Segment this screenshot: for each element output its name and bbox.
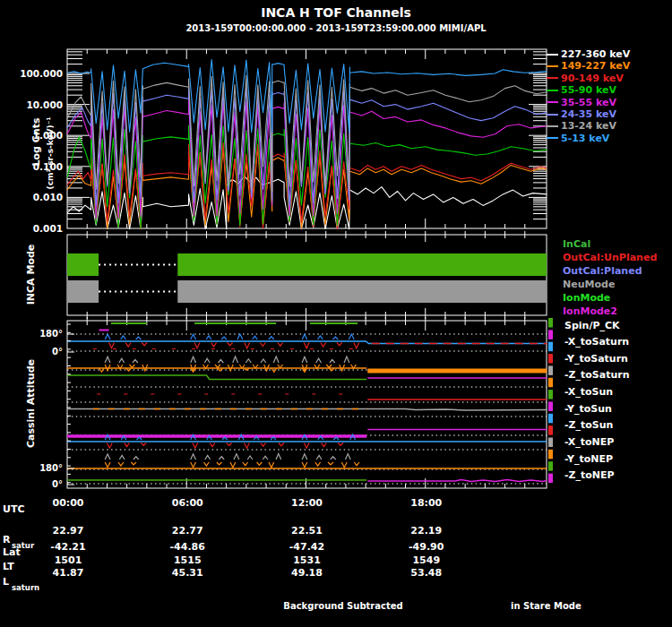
attitude-legend-item-Spin-P-CK: Spin/P_CK — [564, 320, 620, 331]
footer-row-sublabel-saturn: saturn — [12, 583, 39, 592]
legend-item-55-90-keV: 55-90 keV — [547, 84, 616, 96]
attitude-edge-mark — [548, 365, 553, 375]
utc-tick-label: 00:00 — [52, 497, 83, 509]
log-tick-label: 1.000 — [0, 130, 63, 141]
trace-x-to-sun — [67, 375, 366, 380]
degree-tick-label: 180° — [0, 329, 63, 339]
attitude-legend-item--X-toNEP: -X_toNEP — [564, 436, 614, 448]
attitude-edge-mark — [548, 438, 553, 448]
trace-x-to-nep-spikes — [107, 443, 343, 449]
footer-row-label-Lat: Lat — [3, 546, 21, 558]
attitude-edge-mark — [548, 342, 553, 352]
legend-line-sample — [547, 114, 558, 116]
legend-line-sample — [547, 125, 558, 127]
mode-legend-item-IonMode: IonMode — [563, 292, 610, 304]
log-tick-label: 0.100 — [0, 161, 63, 172]
trace-x-to-saturn-spikes — [109, 343, 359, 348]
mode-legend-item-IonMode2: IonMode2 — [563, 305, 617, 317]
log-tick-label: 0.010 — [0, 192, 63, 202]
trace-y-to-nep-spikes — [105, 462, 359, 468]
ephemeris-value: 22.77 — [172, 525, 203, 537]
legend-label: 55-90 keV — [561, 84, 616, 96]
attitude-edge-mark — [548, 330, 553, 339]
footer-row-label-R: R — [3, 534, 10, 545]
page-subtitle: 2013-159T00:00:00.000 - 2013-159T23:59:0… — [185, 23, 486, 33]
page-title: INCA H TOF Channels — [261, 5, 411, 20]
legend-item-5-13-keV: 5-13 keV — [547, 133, 609, 144]
ephemeris-value: 1531 — [293, 554, 321, 566]
legend-item-24-35-keV: 24-35 keV — [547, 108, 616, 120]
footer-row-label-L: L — [3, 576, 9, 588]
log-tick-label: 0.001 — [0, 223, 63, 234]
degree-tick-label: 0° — [0, 479, 63, 489]
attitude-legend-item--Z-toSun: -Z_toSun — [564, 419, 613, 431]
ephemeris-value: -42.21 — [50, 541, 85, 553]
ephemeris-value: -44.86 — [170, 541, 205, 553]
legend-line-sample — [547, 137, 558, 139]
attitude-legend-item--Y-toNEP: -Y_toNEP — [564, 453, 613, 465]
attitude-edge-mark — [548, 414, 553, 424]
footer-row-label-LT: LT — [3, 561, 14, 572]
ephemeris-value: 53.48 — [410, 567, 442, 579]
mode-legend-item-OutCal-UnPlaned: OutCal:UnPlaned — [563, 252, 657, 263]
ephemeris-value: 1549 — [412, 554, 440, 566]
attitude-legend-item--Y-toSaturn: -Y_toSaturn — [564, 353, 628, 365]
ephemeris-value: -49.90 — [409, 541, 444, 553]
legend-item-227-360-keV: 227-360 keV — [547, 48, 630, 60]
legend-item-90-149-keV: 90-149 keV — [547, 73, 624, 84]
note-stare-mode: in Stare Mode — [511, 601, 582, 611]
legend-line-sample — [547, 77, 558, 79]
attitude-legend-item--Z-toNEP: -Z_toNEP — [564, 469, 615, 481]
trace-x-to-saturn-spikes — [105, 334, 354, 339]
neu-mode-bar — [67, 280, 99, 303]
attitude-edge-mark — [548, 390, 553, 399]
attitude-edge-mark — [548, 401, 553, 411]
legend-label: 227-360 keV — [561, 48, 630, 60]
ephemeris-value: 41.87 — [53, 567, 84, 579]
ephemeris-value: 22.97 — [53, 525, 84, 537]
y-axis-label-units: (cm²-sr-s-keV)⁻¹ — [46, 64, 55, 243]
attitude-edge-mark — [548, 378, 553, 388]
trace-y-to-nep-spikes — [105, 454, 350, 460]
mode-legend-item-OutCal-Planed: OutCal:Planed — [563, 265, 642, 277]
ephemeris-value: 45.31 — [172, 567, 203, 579]
ephemeris-value: 22.51 — [291, 525, 323, 537]
legend-line-sample — [547, 90, 558, 91]
mode-legend-item-InCal: InCal — [563, 238, 590, 250]
legend-item-149-227-keV: 149-227 keV — [547, 60, 630, 72]
degree-tick-label: 180° — [0, 463, 63, 473]
attitude-edge-mark — [548, 318, 553, 328]
legend-label: 5-13 keV — [561, 133, 609, 144]
trace-y-to-saturn-spikes — [105, 356, 349, 363]
legend-item-13-24-keV: 13-24 keV — [547, 120, 616, 132]
ephemeris-value: 1501 — [55, 554, 82, 566]
ion-mode-bar — [67, 253, 99, 276]
legend-label: 35-55 keV — [561, 97, 616, 108]
attitude-edge-mark — [548, 425, 553, 435]
ephemeris-value: 49.18 — [291, 567, 323, 579]
ephemeris-value: -47.42 — [289, 541, 324, 553]
attitude-legend-item--Y-toSun: -Y_toSun — [564, 403, 612, 415]
legend-label: 90-149 keV — [561, 73, 624, 84]
attitude-edge-mark — [548, 450, 553, 459]
neu-mode-bar — [177, 280, 547, 303]
ion-mode-bar — [177, 253, 547, 276]
log-tick-label: 100.000 — [0, 68, 63, 79]
legend-line-sample — [547, 101, 558, 103]
attitude-edge-mark — [548, 354, 553, 364]
legend-line-sample — [547, 54, 558, 56]
attitude-legend-item--X-toSaturn: -X_toSaturn — [564, 336, 629, 348]
attitude-legend-item--X-toSun: -X_toSun — [564, 386, 613, 398]
log-tick-label: 10.000 — [0, 99, 63, 110]
legend-label: 149-227 keV — [561, 60, 630, 72]
mode-legend-item-NeuMode: NeuMode — [563, 279, 615, 290]
legend-label: 24-35 keV — [561, 108, 616, 120]
inca-tof-plot: INCA H TOF Channels 2013-159T00:00:00.00… — [0, 0, 672, 627]
legend-line-sample — [547, 65, 558, 67]
utc-tick-label: 06:00 — [172, 497, 203, 509]
attitude-edge-mark — [548, 474, 553, 484]
ephemeris-value: 1515 — [174, 554, 202, 566]
footer-label-utc: UTC — [3, 503, 25, 515]
degree-tick-label: 0° — [0, 347, 63, 356]
legend-label: 13-24 keV — [561, 120, 616, 132]
